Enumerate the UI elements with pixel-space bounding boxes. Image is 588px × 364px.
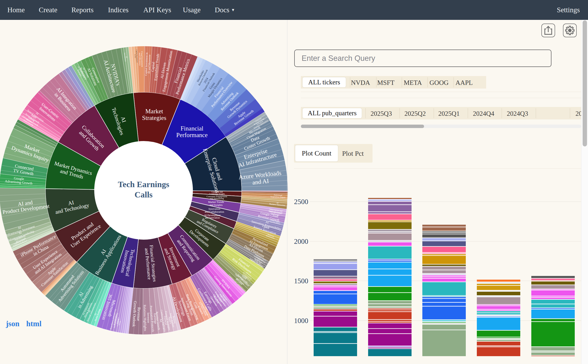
svg-text:AI Developmentand Innovation: AI Developmentand Innovation xyxy=(204,214,221,219)
svg-text:Cloud Investmentand Efficiency: Cloud Investmentand Efficiency xyxy=(139,51,144,67)
svg-text:1500: 1500 xyxy=(294,277,308,285)
svg-text:Tech Earnings: Tech Earnings xyxy=(118,180,169,189)
svg-text:Market Trendsand Insights: Market Trendsand Insights xyxy=(208,200,224,206)
svg-text:1000: 1000 xyxy=(294,317,308,325)
svg-text:2000: 2000 xyxy=(294,237,308,245)
svg-text:MarketStrategies: MarketStrategies xyxy=(142,108,166,121)
svg-text:FinancialPerformance: FinancialPerformance xyxy=(176,125,208,138)
svg-text:2500: 2500 xyxy=(294,198,308,206)
svg-text:Capital Investment inAI and Me: Capital Investment inAI and Metaverse xyxy=(144,52,151,76)
svg-text:Calls: Calls xyxy=(134,190,153,199)
svg-text:Corporate andLeadership Insigh: Corporate andLeadership Insights xyxy=(209,191,225,195)
